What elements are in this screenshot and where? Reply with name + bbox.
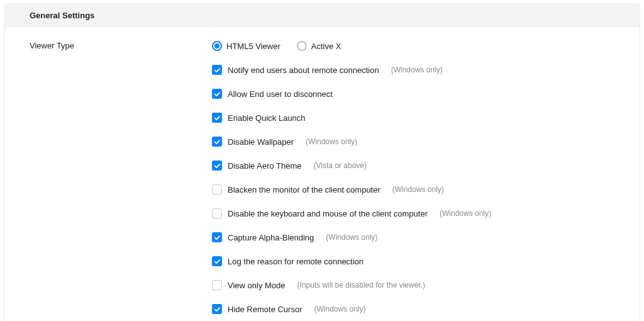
checkbox-icon [212, 280, 222, 290]
checkbox-note: (Vista or above) [314, 161, 367, 170]
checkbox-note: (Windows only) [440, 209, 491, 218]
checkbox-label: View only Mode [228, 281, 286, 290]
checkbox-disable-keyboard-mouse[interactable]: Disable the keyboard and mouse of the cl… [212, 208, 614, 218]
checkbox-hide-remote-cursor[interactable]: Hide Remote Cursor (Windows only) [212, 304, 614, 314]
panel-body: Viewer Type HTML5 Viewer Active X [4, 27, 640, 321]
check-icon [214, 115, 221, 121]
check-icon [214, 258, 221, 265]
checkbox-icon [212, 89, 222, 99]
check-icon [214, 162, 221, 169]
check-icon [214, 234, 221, 241]
checkbox-view-only-mode[interactable]: View only Mode (Inputs will be disabled … [212, 280, 614, 290]
radio-label: Active X [311, 42, 341, 51]
check-icon [214, 67, 221, 74]
checkbox-capture-alpha-blending[interactable]: Capture Alpha-Blending (Windows only) [212, 232, 614, 242]
checkbox-disable-wallpaper[interactable]: Disable Wallpaper (Windows only) [212, 137, 614, 147]
checkbox-label: Disable Aero Theme [228, 161, 302, 171]
checkbox-label: Allow End user to disconnect [228, 89, 333, 99]
viewer-type-group: HTML5 Viewer Active X [212, 41, 614, 51]
checkbox-enable-quick-launch[interactable]: Enable Quick Launch [212, 113, 614, 123]
viewer-type-label: Viewer Type [30, 41, 212, 50]
radio-icon [297, 41, 307, 51]
checkbox-label: Capture Alpha-Blending [228, 233, 314, 242]
checkbox-label: Blacken the monitor of the client comput… [228, 185, 380, 194]
checkbox-icon [212, 160, 222, 171]
radio-label: HTML5 Viewer [226, 42, 280, 51]
radio-icon [212, 41, 222, 51]
checkbox-label: Disable Wallpaper [228, 137, 294, 147]
checkbox-log-reason[interactable]: Log the reason for remote connection [212, 256, 614, 266]
checkbox-label: Log the reason for remote connection [228, 257, 364, 266]
checkbox-note: (Windows only) [391, 65, 443, 74]
checkbox-blacken-monitor[interactable]: Blacken the monitor of the client comput… [212, 184, 614, 194]
panel-title: General Settings [4, 4, 640, 27]
checkbox-label: Notify end users about remote connection [228, 65, 379, 75]
checkbox-icon [212, 232, 222, 242]
check-icon [214, 91, 221, 98]
checkbox-icon [212, 208, 222, 218]
radio-html5-viewer[interactable]: HTML5 Viewer [212, 41, 280, 51]
checkbox-allow-disconnect[interactable]: Allow End user to disconnect [212, 89, 614, 99]
checkbox-note: (Inputs will be disabled for the viewer.… [297, 281, 425, 290]
checkbox-list: Notify end users about remote connection… [212, 65, 614, 314]
checkbox-disable-aero-theme[interactable]: Disable Aero Theme (Vista or above) [212, 160, 614, 171]
radio-active-x[interactable]: Active X [297, 41, 341, 51]
checkbox-note: (Windows only) [392, 185, 444, 194]
check-icon [214, 138, 221, 145]
checkbox-note: (Windows only) [306, 137, 357, 146]
checkbox-icon [212, 113, 222, 123]
checkbox-icon [212, 256, 222, 266]
checkbox-icon [212, 304, 222, 314]
checkbox-label: Disable the keyboard and mouse of the cl… [228, 209, 428, 218]
checkbox-icon [212, 184, 222, 194]
checkbox-notify-end-users[interactable]: Notify end users about remote connection… [212, 65, 614, 75]
checkbox-icon [212, 137, 222, 147]
general-settings-panel: General Settings Viewer Type HTML5 Viewe… [4, 4, 640, 321]
check-icon [214, 306, 221, 313]
checkbox-label: Hide Remote Cursor [228, 305, 303, 314]
checkbox-label: Enable Quick Launch [228, 113, 306, 123]
checkbox-icon [212, 65, 222, 75]
checkbox-note: (Windows only) [326, 233, 377, 242]
checkbox-note: (Windows only) [314, 305, 366, 313]
